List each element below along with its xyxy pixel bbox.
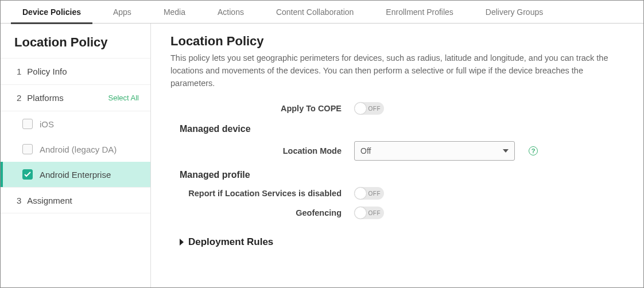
tab-media[interactable]: Media: [148, 1, 201, 24]
page-description: This policy lets you set geographic peri…: [170, 52, 624, 89]
toggle-geofencing[interactable]: OFF: [354, 207, 384, 219]
tab-delivery-groups[interactable]: Delivery Groups: [470, 1, 559, 24]
platform-label: Android (legacy DA): [40, 145, 117, 154]
step-platforms[interactable]: 2Platforms Select All: [1, 84, 150, 111]
platform-label: Android Enterprise: [40, 170, 111, 180]
step-policy-info[interactable]: 1Policy Info: [1, 58, 150, 84]
tab-device-policies[interactable]: Device Policies: [6, 1, 97, 24]
tab-enrollment-profiles[interactable]: Enrollment Profiles: [370, 1, 470, 24]
platform-android-enterprise[interactable]: Android Enterprise: [1, 162, 150, 187]
deployment-rules-label: Deployment Rules: [188, 236, 273, 248]
help-icon[interactable]: ?: [529, 146, 538, 155]
deployment-rules-toggle[interactable]: Deployment Rules: [180, 236, 624, 248]
step-label: Policy Info: [27, 67, 67, 76]
toggle-knob: [355, 103, 366, 114]
label-report-disabled: Report if Location Services is disabled: [170, 189, 354, 198]
chevron-right-icon: [180, 239, 184, 246]
toggle-knob: [355, 207, 366, 219]
toggle-report-disabled[interactable]: OFF: [354, 187, 384, 200]
select-all-link[interactable]: Select All: [108, 94, 139, 102]
dropdown-location-mode[interactable]: Off: [354, 141, 515, 161]
page-title: Location Policy: [170, 34, 624, 49]
platform-android-legacy[interactable]: Android (legacy DA): [1, 137, 150, 162]
step-label: Platforms: [27, 93, 63, 103]
step-num: 1: [17, 67, 21, 76]
section-managed-profile: Managed profile: [180, 170, 624, 180]
checkbox-icon[interactable]: [22, 169, 33, 180]
sidebar-title: Location Policy: [1, 24, 150, 58]
platform-label: iOS: [40, 119, 54, 129]
checkbox-icon[interactable]: [22, 144, 33, 154]
step-assignment[interactable]: 3Assignment: [1, 187, 150, 213]
row-geofencing: Geofencing OFF: [170, 207, 624, 219]
tab-content-collaboration[interactable]: Content Collaboration: [260, 1, 370, 24]
toggle-knob: [355, 188, 366, 199]
row-location-mode: Location Mode Off ?: [170, 141, 624, 161]
label-apply-cope: Apply To COPE: [170, 104, 354, 113]
section-managed-device: Managed device: [180, 124, 624, 134]
row-apply-cope: Apply To COPE OFF: [170, 102, 624, 115]
row-report-disabled: Report if Location Services is disabled …: [170, 187, 624, 200]
chevron-down-icon: [503, 149, 509, 153]
toggle-text: OFF: [368, 210, 381, 216]
step-num: 2: [17, 93, 21, 103]
label-location-mode: Location Mode: [170, 146, 354, 155]
toggle-text: OFF: [368, 190, 381, 197]
label-geofencing: Geofencing: [170, 208, 354, 217]
top-nav: Device Policies Apps Media Actions Conte…: [1, 1, 643, 24]
main-panel: Location Policy This policy lets you set…: [151, 24, 643, 287]
checkbox-icon[interactable]: [22, 119, 33, 129]
step-num: 3: [17, 196, 21, 205]
sidebar: Location Policy 1Policy Info 2Platforms …: [1, 24, 151, 287]
platform-list: iOS Android (legacy DA) Android Enterpri…: [1, 111, 150, 187]
toggle-apply-cope[interactable]: OFF: [354, 102, 384, 115]
platform-ios[interactable]: iOS: [1, 111, 150, 137]
step-label: Assignment: [27, 196, 72, 205]
tab-apps[interactable]: Apps: [97, 1, 148, 24]
tab-actions[interactable]: Actions: [201, 1, 260, 24]
toggle-text: OFF: [368, 106, 381, 112]
dropdown-value: Off: [360, 146, 371, 155]
